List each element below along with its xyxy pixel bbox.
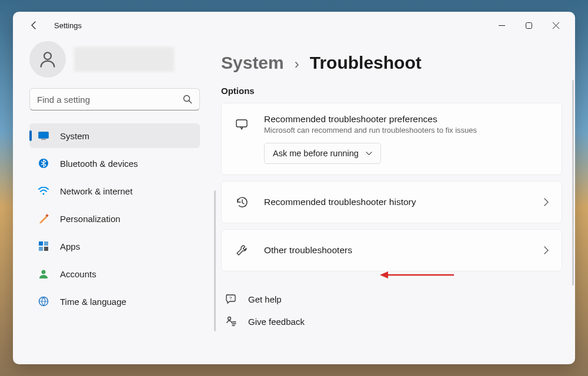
main-content: System › Troubleshoot Options Recommende…: [211, 39, 575, 364]
history-icon: [235, 195, 249, 209]
settings-window: Settings System: [13, 12, 575, 364]
other-title: Other troubleshooters: [264, 245, 544, 256]
chevron-down-icon: [366, 152, 372, 156]
section-heading: Options: [221, 86, 562, 96]
search-input[interactable]: [37, 95, 183, 105]
sidebar-item-label: Accounts: [60, 269, 96, 279]
pref-subtitle: Microsoft can recommend and run troubles…: [264, 126, 549, 135]
svg-point-18: [228, 317, 231, 320]
svg-point-2: [44, 52, 51, 59]
sidebar-item-label: Network & internet: [60, 186, 132, 196]
window-controls: [488, 14, 569, 37]
apps-icon: [38, 240, 49, 252]
sidebar-item-bluetooth[interactable]: Bluetooth & devices: [29, 151, 200, 176]
sidebar-item-label: Bluetooth & devices: [60, 159, 138, 169]
nav-list: System Bluetooth & devices Network & int…: [29, 123, 200, 317]
sidebar-item-accounts[interactable]: Accounts: [29, 261, 200, 286]
svg-point-3: [184, 96, 190, 102]
sidebar-item-personalization[interactable]: Personalization: [29, 206, 200, 231]
app-title: Settings: [54, 21, 82, 30]
breadcrumb-current: Troubleshoot: [310, 53, 422, 73]
pref-title: Recommended troubleshooter preferences: [264, 114, 549, 125]
avatar: [29, 41, 66, 78]
main-scrollbar[interactable]: [572, 80, 574, 286]
history-card[interactable]: Recommended troubleshooter history: [221, 181, 562, 223]
feedback-icon: [225, 315, 238, 328]
profile-name-blurred: [74, 47, 174, 72]
sidebar-item-apps[interactable]: Apps: [29, 234, 200, 258]
preferences-card: Recommended troubleshooter preferences M…: [221, 103, 562, 175]
svg-rect-12: [39, 247, 43, 251]
get-help-label: Get help: [248, 294, 282, 304]
wrench-icon: [235, 243, 249, 257]
history-title: Recommended troubleshooter history: [264, 197, 544, 207]
svg-rect-1: [526, 22, 532, 28]
sidebar-item-label: Personalization: [60, 214, 121, 224]
system-icon: [38, 130, 49, 142]
wifi-icon: [38, 185, 49, 197]
accounts-icon: [38, 268, 49, 280]
sidebar-item-system[interactable]: System: [29, 123, 200, 148]
close-button[interactable]: [542, 14, 569, 37]
sidebar: System Bluetooth & devices Network & int…: [13, 39, 211, 364]
search-icon: [183, 95, 192, 104]
bluetooth-icon: [38, 157, 49, 169]
sidebar-item-time-language[interactable]: Time & language: [29, 289, 200, 314]
sidebar-item-label: Time & language: [60, 297, 126, 307]
selection-indicator: [29, 130, 32, 141]
titlebar: Settings: [13, 12, 575, 39]
personalization-icon: [38, 213, 49, 224]
sidebar-item-network[interactable]: Network & internet: [29, 179, 200, 203]
svg-rect-11: [44, 241, 48, 246]
minimize-button[interactable]: [488, 14, 515, 37]
back-button[interactable]: [25, 16, 44, 35]
other-troubleshooters-card[interactable]: Other troubleshooters: [221, 229, 562, 271]
chevron-right-icon: [544, 246, 549, 254]
pref-dropdown-value: Ask me before running: [273, 149, 359, 158]
svg-line-4: [189, 101, 192, 103]
profile-block[interactable]: [29, 41, 200, 78]
svg-rect-10: [39, 241, 43, 246]
help-icon: ?: [225, 293, 238, 306]
chevron-right-icon: ›: [295, 56, 299, 72]
svg-rect-5: [39, 132, 49, 139]
search-box[interactable]: [29, 88, 200, 110]
sidebar-item-label: Apps: [60, 241, 80, 251]
svg-point-8: [42, 193, 44, 194]
svg-rect-6: [41, 139, 46, 140]
give-feedback-label: Give feedback: [248, 317, 305, 327]
feedback-bubble-icon: [235, 118, 249, 132]
maximize-button[interactable]: [515, 14, 542, 37]
chevron-right-icon: [544, 198, 549, 206]
give-feedback-link[interactable]: Give feedback: [221, 310, 562, 333]
breadcrumb-parent[interactable]: System: [221, 53, 284, 73]
pref-dropdown[interactable]: Ask me before running: [264, 143, 381, 164]
sidebar-item-label: System: [60, 131, 89, 141]
svg-text:?: ?: [229, 296, 232, 301]
breadcrumb: System › Troubleshoot: [221, 53, 562, 73]
svg-point-14: [42, 270, 46, 274]
svg-rect-16: [236, 120, 247, 127]
svg-rect-13: [44, 247, 48, 251]
get-help-link[interactable]: ? Get help: [221, 288, 562, 310]
time-language-icon: [38, 296, 49, 307]
